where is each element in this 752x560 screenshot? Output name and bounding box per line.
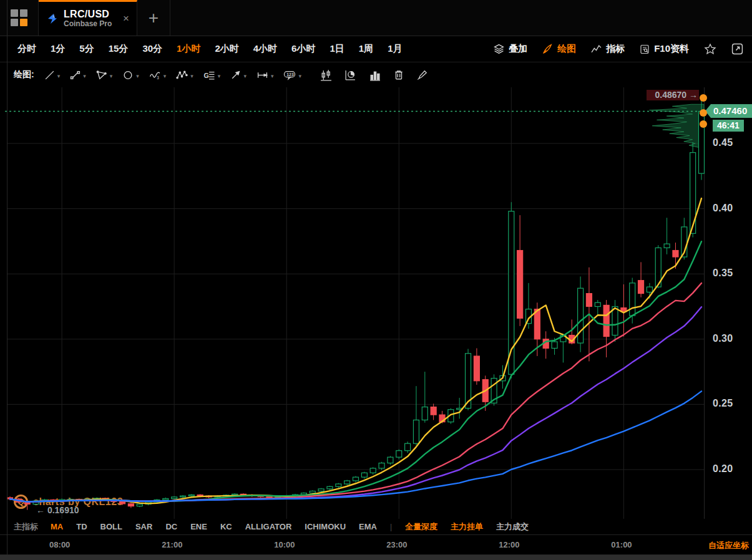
- arrow-left-icon: ←: [36, 505, 45, 515]
- tab-subtitle: Coinbase Pro: [64, 20, 120, 29]
- arrow-icon: [230, 70, 241, 80]
- indicator-alligator[interactable]: ALLIGATOR: [245, 522, 292, 531]
- time-axis[interactable]: 自适应坐标 08:0021:0010:0023:0012:0001:00: [0, 535, 752, 555]
- indicator-td[interactable]: TD: [76, 522, 87, 531]
- workspace-grid-button[interactable]: [0, 0, 39, 36]
- draw-tool-ellipse[interactable]: ▾: [121, 68, 144, 82]
- draw-tool-pattern[interactable]: ▾: [175, 68, 198, 82]
- candlestick-chart[interactable]: [0, 87, 752, 519]
- indicator-kc[interactable]: KC: [220, 522, 232, 531]
- segment-icon: [70, 70, 81, 80]
- dropdown-caret-icon[interactable]: ▾: [190, 73, 193, 79]
- trend-line-icon: [44, 70, 55, 80]
- dropdown-caret-icon[interactable]: ▾: [164, 73, 167, 79]
- x-axis-tick: 01:00: [611, 540, 632, 549]
- tool-volume-columns[interactable]: [368, 67, 382, 83]
- new-tab-button[interactable]: +: [137, 0, 170, 36]
- indicator-ene[interactable]: ENE: [190, 522, 207, 531]
- dropdown-caret-icon[interactable]: ▾: [243, 73, 247, 79]
- dropdown-caret-icon[interactable]: ▾: [110, 73, 113, 79]
- indicator-chart-icon: [591, 44, 602, 54]
- tf-2h[interactable]: 2小时: [215, 43, 238, 55]
- tf-5m[interactable]: 5分: [79, 43, 94, 55]
- dropdown-caret-icon[interactable]: ▾: [218, 73, 221, 79]
- alert-dot-icon[interactable]: [700, 109, 707, 117]
- draw-tool-pitchfork[interactable]: ▾: [95, 68, 118, 82]
- tool-delete[interactable]: [392, 67, 406, 82]
- tab-bar: LRC/USD Coinbase Pro × +: [0, 0, 752, 36]
- chart-area: Q charts by QKL123 0.48670 → ← 0.16910 0…: [0, 87, 752, 519]
- tab-close-icon[interactable]: ×: [120, 11, 132, 26]
- draw-tool-segment[interactable]: ▾: [69, 68, 91, 82]
- tf-1w[interactable]: 1周: [359, 43, 373, 55]
- indicator-button[interactable]: 指标: [591, 43, 625, 55]
- layers-icon: [494, 44, 504, 54]
- tf-6h[interactable]: 6小时: [291, 43, 315, 55]
- tf-1h[interactable]: 1小时: [177, 43, 200, 55]
- main-orders-toggle[interactable]: 主力挂单: [451, 521, 483, 533]
- full-depth-toggle[interactable]: 全量深度: [405, 521, 437, 533]
- arrow-right-icon: →: [689, 90, 698, 100]
- brush-icon: [417, 69, 428, 80]
- indicator-boll[interactable]: BOLL: [100, 522, 122, 531]
- tool-depth-pie[interactable]: [343, 67, 358, 83]
- tf-15m[interactable]: 15分: [109, 43, 129, 55]
- adaptive-axis-button[interactable]: 自适应坐标: [708, 540, 749, 551]
- indicator-bar: 主指标 MA TD BOLL SAR DC ENE KC ALLIGATOR I…: [0, 519, 752, 535]
- f10-label: F10资料: [654, 43, 689, 55]
- measure-icon: [256, 70, 268, 80]
- indicator-ichimoku[interactable]: ICHIMOKU: [305, 522, 346, 531]
- tab-lrc-usd[interactable]: LRC/USD Coinbase Pro ×: [39, 0, 137, 36]
- f10-button[interactable]: F10资料: [640, 43, 689, 55]
- main-trades-toggle[interactable]: 主力成交: [496, 521, 529, 533]
- y-axis-tick: 0.45: [713, 137, 733, 148]
- session-high-label: 0.48670 →: [635, 90, 698, 100]
- indicator-dc[interactable]: DC: [165, 522, 177, 531]
- divider: |: [390, 523, 392, 531]
- overlay-button[interactable]: 叠加: [494, 43, 527, 55]
- dropdown-caret-icon[interactable]: ▾: [271, 73, 274, 79]
- draw-button[interactable]: 绘图: [542, 43, 576, 55]
- alert-dot-icon[interactable]: [700, 94, 707, 102]
- svg-text:123: 123: [287, 72, 295, 77]
- fullscreen-icon[interactable]: [731, 43, 743, 55]
- tf-1mo[interactable]: 1月: [388, 43, 402, 55]
- indicator-ema[interactable]: EMA: [359, 522, 377, 531]
- draw-tool-arrow[interactable]: ▾: [229, 68, 251, 82]
- alert-dot-icon[interactable]: [700, 120, 707, 128]
- draw-tool-line[interactable]: ▾: [43, 68, 66, 82]
- indicator-ma[interactable]: MA: [51, 522, 63, 531]
- session-low-label: ← 0.16910: [36, 505, 79, 515]
- tf-1m[interactable]: 1分: [51, 43, 65, 55]
- tool-brush[interactable]: [416, 67, 429, 82]
- overlay-label: 叠加: [509, 43, 527, 55]
- dropdown-caret-icon[interactable]: ▾: [57, 73, 61, 79]
- svg-text:3: 3: [157, 75, 159, 79]
- tf-30m[interactable]: 30分: [142, 43, 162, 55]
- indicator-label: 指标: [606, 43, 625, 55]
- tab-title: LRC/USD: [64, 9, 120, 20]
- drawing-toolbar: 绘图: ▾ ▾ ▾ ▾ 3 ▾ ▾ G ▾ ▾ ▾ 123 ▾: [0, 62, 752, 87]
- draw-label: 绘图: [557, 43, 576, 55]
- tf-fenshi[interactable]: 分时: [17, 43, 36, 55]
- dropdown-caret-icon[interactable]: ▾: [136, 73, 139, 79]
- favorite-star-icon[interactable]: [704, 43, 716, 56]
- column-chart-icon: [369, 69, 381, 81]
- tf-4h[interactable]: 4小时: [253, 43, 277, 55]
- toolbar-right: 叠加 绘图 指标 F10资料: [494, 43, 743, 56]
- tf-1d[interactable]: 1日: [330, 43, 344, 55]
- f10-document-icon: [640, 44, 650, 54]
- tool-candle-style[interactable]: [319, 67, 333, 83]
- window-bottom-strip: [0, 555, 752, 560]
- price-axis[interactable]: 0.450.400.350.300.250.20: [705, 87, 752, 519]
- draw-tool-ruler[interactable]: ▾: [255, 68, 279, 82]
- x-axis-tick: 08:00: [49, 540, 70, 549]
- dropdown-caret-icon[interactable]: ▾: [83, 73, 86, 79]
- draw-tool-gann[interactable]: G ▾: [202, 68, 226, 82]
- indicator-sar[interactable]: SAR: [135, 522, 152, 531]
- timeframe-bar: 分时 1分 5分 15分 30分 1小时 2小时 4小时 6小时 1日 1周 1…: [0, 36, 752, 62]
- dropdown-caret-icon[interactable]: ▾: [298, 73, 301, 79]
- draw-tool-note[interactable]: 123 ▾: [282, 68, 306, 82]
- xabcd-pattern-icon: [176, 70, 188, 80]
- draw-tool-wave[interactable]: 3 ▾: [148, 68, 172, 82]
